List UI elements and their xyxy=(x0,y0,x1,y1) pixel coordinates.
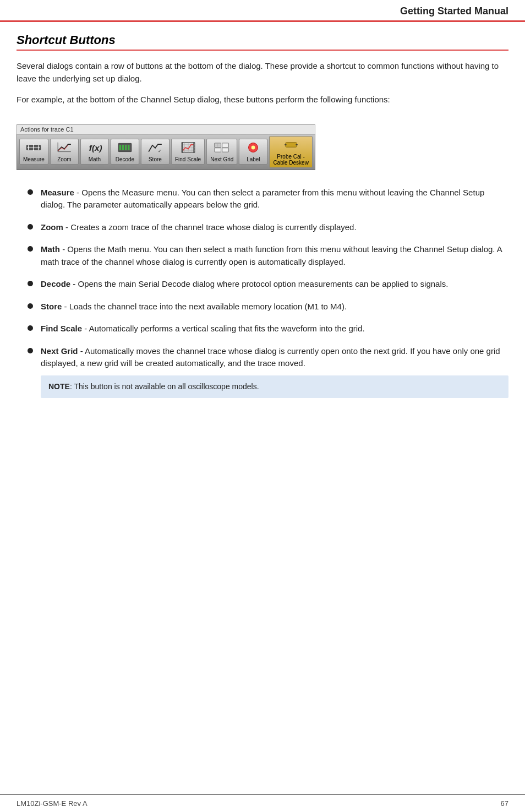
store-text: Store - Loads the channel trace into the… xyxy=(41,301,508,313)
decode-button[interactable]: Decode xyxy=(111,139,139,165)
zoom-term: Zoom xyxy=(41,222,63,232)
note-box: NOTE: This button is not available on al… xyxy=(41,375,508,398)
feature-list: Measure - Opens the Measure menu. You ca… xyxy=(17,187,508,404)
svg-rect-26 xyxy=(222,148,229,152)
svg-rect-25 xyxy=(222,143,229,148)
intro-para-2: For example, at the bottom of the Channe… xyxy=(17,93,508,106)
math-term: Math xyxy=(41,244,60,254)
findscale-text: Find Scale - Automatically performs a ve… xyxy=(41,323,508,335)
probe-label: Probe Cal -Cable Deskew xyxy=(273,154,308,166)
footer-right: 67 xyxy=(501,799,508,808)
svg-rect-11 xyxy=(125,145,127,150)
note-label: NOTE xyxy=(48,382,70,391)
svg-rect-10 xyxy=(122,145,124,150)
section-title: Shortcut Buttons xyxy=(17,33,508,51)
bullet-dot xyxy=(28,325,33,331)
probe-icon xyxy=(283,139,299,152)
bullet-dot xyxy=(28,281,33,286)
zoom-text: Zoom - Creates a zoom trace of the chann… xyxy=(41,221,508,234)
probe-button[interactable]: Probe Cal -Cable Deskew xyxy=(269,136,312,168)
note-text: : This button is not available on all os… xyxy=(70,382,259,391)
bullet-dot xyxy=(28,303,33,309)
footer-left: LM10Zi-GSM-E Rev A xyxy=(17,799,88,808)
svg-rect-9 xyxy=(119,145,121,150)
label-label: Label xyxy=(247,156,260,162)
nextgrid-term: Next Grid xyxy=(41,346,78,356)
decode-label: Decode xyxy=(116,156,134,162)
math-icon: f(x) xyxy=(87,141,102,155)
svg-rect-31 xyxy=(285,143,296,147)
decode-icon xyxy=(117,141,133,155)
list-item-measure: Measure - Opens the Measure menu. You ca… xyxy=(28,187,508,211)
findscale-button[interactable]: Find Scale xyxy=(171,139,205,165)
list-item-store: Store - Loads the channel trace into the… xyxy=(28,301,508,313)
svg-text:✓: ✓ xyxy=(158,149,162,154)
measure-button[interactable]: Measure xyxy=(19,139,48,165)
measure-term: Measure xyxy=(41,188,74,197)
zoom-button[interactable]: Zoom xyxy=(50,139,79,165)
list-item-nextgrid: Next Grid - Automatically moves the chan… xyxy=(28,345,508,404)
header-title: Getting Started Manual xyxy=(400,6,508,17)
list-item-math: Math - Opens the Math menu. You can then… xyxy=(28,243,508,268)
list-item-findscale: Find Scale - Automatically performs a ve… xyxy=(28,323,508,335)
findscale-icon xyxy=(181,141,196,155)
math-label: Math xyxy=(89,156,101,162)
decode-term: Decode xyxy=(41,279,70,288)
store-label: Store xyxy=(149,156,162,162)
measure-icon xyxy=(26,141,41,155)
nextgrid-icon xyxy=(214,141,229,155)
zoom-label: Zoom xyxy=(57,156,72,162)
math-text: Math - Opens the Math menu. You can then… xyxy=(41,243,508,268)
bullet-dot xyxy=(28,348,33,353)
label-icon xyxy=(245,141,261,155)
nextgrid-button[interactable]: Next Grid xyxy=(206,139,237,165)
nextgrid-text: Next Grid - Automatically moves the chan… xyxy=(41,345,508,404)
svg-point-30 xyxy=(251,146,255,150)
svg-rect-12 xyxy=(128,145,129,150)
findscale-term: Find Scale xyxy=(41,324,82,333)
label-button[interactable]: Label xyxy=(239,139,267,165)
toolbar-container: Actions for trace C1 Measure xyxy=(17,124,315,170)
svg-text:f(x): f(x) xyxy=(89,143,102,152)
measure-text: Measure - Opens the Measure menu. You ca… xyxy=(41,187,508,211)
nextgrid-label: Next Grid xyxy=(210,156,233,162)
footer: LM10Zi-GSM-E Rev A 67 xyxy=(0,794,525,812)
intro-para-1: Several dialogs contain a row of buttons… xyxy=(17,59,508,85)
toolbar-label: Actions for trace C1 xyxy=(17,124,315,134)
bullet-dot xyxy=(28,189,33,195)
list-item-zoom: Zoom - Creates a zoom trace of the chann… xyxy=(28,221,508,234)
main-content: Shortcut Buttons Several dialogs contain… xyxy=(0,22,525,430)
math-button[interactable]: f(x) Math xyxy=(80,139,109,165)
bullet-dot xyxy=(28,224,33,230)
store-icon: ✓ xyxy=(147,141,163,155)
measure-label: Measure xyxy=(23,156,45,162)
bullet-dot xyxy=(28,246,33,252)
decode-text: Decode - Opens the main Serial Decode di… xyxy=(41,278,508,291)
store-button[interactable]: ✓ Store xyxy=(141,139,169,165)
toolbar-buttons: Measure Zoom xyxy=(17,134,315,170)
zoom-icon xyxy=(57,141,72,155)
svg-rect-24 xyxy=(215,148,221,152)
findscale-label: Find Scale xyxy=(175,156,201,162)
list-item-decode: Decode - Opens the main Serial Decode di… xyxy=(28,278,508,291)
header-bar: Getting Started Manual xyxy=(0,0,525,22)
store-term: Store xyxy=(41,302,62,311)
page-container: Getting Started Manual Shortcut Buttons … xyxy=(0,0,525,812)
